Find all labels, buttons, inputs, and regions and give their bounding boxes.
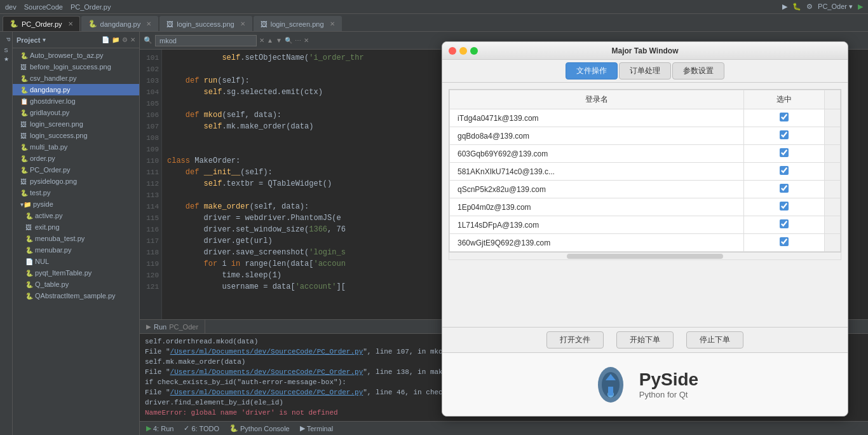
checkbox-cell[interactable] bbox=[743, 127, 824, 145]
run-status-item[interactable]: ▶ 4: Run bbox=[144, 424, 176, 432]
run-status-icon: ▶ bbox=[146, 424, 151, 432]
file-login-screen[interactable]: 🖼 login_screen.png bbox=[13, 118, 139, 130]
tab-param-settings[interactable]: 参数设置 bbox=[672, 62, 724, 79]
file-multi-tab[interactable]: 🐍 multi_tab.py bbox=[13, 141, 139, 153]
python-console-label: Python Console bbox=[240, 425, 290, 432]
tab-pc-order[interactable]: 🐍 PC_Order.py ✕ bbox=[3, 16, 80, 31]
run-play-btn[interactable]: ▶ bbox=[858, 3, 863, 11]
search-highlight-btn[interactable]: 🔍 bbox=[285, 37, 292, 44]
project-dropdown-btn[interactable]: ▾ bbox=[43, 36, 46, 43]
account-checkbox-0[interactable] bbox=[780, 113, 789, 121]
file-name: menubar.py bbox=[35, 246, 71, 254]
file-menuba-test[interactable]: 🐍 menuba_test.py bbox=[13, 233, 139, 244]
scrollbar-thumb[interactable] bbox=[567, 254, 723, 259]
file-menubar[interactable]: 🐍 menubar.py bbox=[13, 244, 139, 256]
file-auto-browser[interactable]: 🐍 Auto_browser_to_az.py bbox=[13, 50, 139, 61]
table-scroll-area[interactable]: 登录名 选中 iTdg4a0471k@139.com gqBdo8a4@139.… bbox=[449, 89, 841, 252]
file-ghostdriver[interactable]: 📋 ghostdriver.log bbox=[13, 95, 139, 107]
checkbox-cell[interactable] bbox=[743, 181, 824, 198]
py-file-icon4: 🐍 bbox=[20, 109, 28, 116]
tab-file-ops[interactable]: 文件操作 bbox=[566, 62, 618, 79]
toolbar-run-btn[interactable]: ▶ bbox=[782, 3, 787, 11]
checkbox-cell[interactable] bbox=[743, 163, 824, 181]
checkbox-cell[interactable] bbox=[743, 216, 824, 234]
search-options-btn[interactable]: ⋯ bbox=[295, 37, 301, 44]
horizontal-scrollbar[interactable] bbox=[449, 252, 841, 260]
tab-order-process[interactable]: 订单处理 bbox=[619, 62, 671, 79]
search-clear-btn[interactable]: ✕ bbox=[259, 37, 264, 44]
table-section: 登录名 选中 iTdg4a0471k@139.com gqBdo8a4@139.… bbox=[442, 83, 848, 327]
table-row: qScnP5k2x82u@139.com bbox=[450, 181, 841, 198]
tab-dangdang[interactable]: 🐍 dangdang.py ✕ bbox=[81, 16, 159, 31]
account-checkbox-4[interactable] bbox=[780, 184, 789, 193]
tab-close-pc-order[interactable]: ✕ bbox=[68, 20, 73, 27]
checkbox-cell[interactable] bbox=[743, 109, 824, 127]
toolbar-debug-btn[interactable]: 🐛 bbox=[792, 3, 801, 11]
favorites-sidebar-btn[interactable]: ★ bbox=[4, 56, 9, 62]
account-checkbox-2[interactable] bbox=[780, 148, 789, 157]
menu-sourcecode[interactable]: SourceCode bbox=[24, 3, 63, 11]
checkbox-cell[interactable] bbox=[743, 234, 824, 252]
pc-oder-dropdown[interactable]: PC_Oder ▾ bbox=[818, 3, 853, 11]
folder-pyside[interactable]: ▾📁 pyside bbox=[13, 198, 139, 210]
tab-label3: login_success.png bbox=[177, 20, 234, 28]
file-test[interactable]: 🐍 test.py bbox=[13, 187, 139, 198]
file-nul[interactable]: 📄 NUL bbox=[13, 256, 139, 267]
close-panel-icon[interactable]: ✕ bbox=[130, 36, 135, 43]
toolbar-settings-btn[interactable]: ⚙ bbox=[806, 3, 813, 11]
major-title-bar: Major Tab Window bbox=[442, 42, 848, 60]
file-gridlayout[interactable]: 🐍 gridlayout.py bbox=[13, 107, 139, 118]
file-csv-handler[interactable]: 🐍 csv_handler.py bbox=[13, 72, 139, 84]
file-before-login[interactable]: 🖼 before_login_success.png bbox=[13, 61, 139, 72]
search-input[interactable] bbox=[155, 35, 257, 46]
start-order-btn[interactable]: 开始下单 bbox=[616, 331, 674, 349]
table-row: 581AKnXIkU714c0@139.c... bbox=[450, 163, 841, 181]
file-pc-order[interactable]: 🐍 PC_Order.py bbox=[13, 164, 139, 176]
tab-close-dangdang[interactable]: ✕ bbox=[146, 20, 151, 27]
table-row: gqBdo8a4@139.com bbox=[450, 127, 841, 145]
checkbox-cell[interactable] bbox=[743, 198, 824, 216]
window-minimize-btn[interactable] bbox=[459, 47, 467, 55]
file-pysidelogo[interactable]: 🖼 pysidelogo.png bbox=[13, 176, 139, 187]
file-active[interactable]: 🐍 active.py bbox=[13, 210, 139, 221]
todo-status-item[interactable]: ✓ 6: TODO bbox=[181, 424, 222, 432]
file-dangdang[interactable]: 🐍 dangdang.py bbox=[13, 84, 139, 95]
menu-pcorder[interactable]: PC_Order.py bbox=[71, 3, 111, 11]
account-checkbox-1[interactable] bbox=[780, 130, 789, 139]
project-sidebar-btn[interactable]: P bbox=[1, 34, 11, 45]
file-qabstractitem[interactable]: 🐍 QAbstractItem_sample.py bbox=[13, 290, 139, 301]
window-maximize-btn[interactable] bbox=[470, 47, 478, 55]
open-file-btn[interactable]: 打开文件 bbox=[546, 331, 604, 349]
stop-order-btn[interactable]: 停止下单 bbox=[686, 331, 743, 349]
file-order[interactable]: 🐍 order.py bbox=[13, 153, 139, 164]
new-folder-icon[interactable]: 📁 bbox=[112, 36, 119, 43]
account-checkbox-5[interactable] bbox=[780, 202, 789, 211]
pyside-name: PySide bbox=[639, 369, 698, 390]
file-exit[interactable]: 🖼 exit.png bbox=[13, 221, 139, 233]
account-checkbox-3[interactable] bbox=[780, 166, 789, 175]
file-login-success[interactable]: 🖼 login_success.png bbox=[13, 130, 139, 141]
file-q-table[interactable]: 🐍 Q_table.py bbox=[13, 279, 139, 290]
menu-dev[interactable]: dev bbox=[5, 3, 17, 11]
new-file-icon[interactable]: 📄 bbox=[102, 36, 109, 43]
table-row: 1L714sDFpA@139.com bbox=[450, 216, 841, 234]
python-console-item[interactable]: 🐍 Python Console bbox=[227, 424, 292, 432]
run-tab-run[interactable]: Run bbox=[154, 323, 166, 331]
tab-close-login-screen[interactable]: ✕ bbox=[330, 20, 335, 27]
file-name: order.py bbox=[30, 155, 55, 162]
search-close-btn[interactable]: ✕ bbox=[304, 37, 309, 44]
tab-login-screen[interactable]: 🖼 login_screen.png ✕ bbox=[254, 16, 342, 31]
file-pyqt-item-table[interactable]: 🐍 pyqt_ItemTable.py bbox=[13, 267, 139, 279]
checkbox-cell[interactable] bbox=[743, 145, 824, 163]
tab-close-login-success[interactable]: ✕ bbox=[240, 20, 245, 27]
file-name: Q_table.py bbox=[35, 280, 69, 288]
account-checkbox-6[interactable] bbox=[780, 219, 789, 228]
search-next-btn[interactable]: ▼ bbox=[276, 37, 282, 44]
account-checkbox-7[interactable] bbox=[780, 237, 789, 246]
window-close-btn[interactable] bbox=[449, 47, 456, 55]
terminal-item[interactable]: ▶ Terminal bbox=[297, 424, 336, 432]
tab-login-success[interactable]: 🖼 login_success.png ✕ bbox=[159, 16, 252, 31]
structure-sidebar-btn[interactable]: S bbox=[4, 47, 8, 53]
search-prev-btn[interactable]: ▲ bbox=[267, 37, 273, 44]
settings-icon[interactable]: ⚙ bbox=[122, 36, 128, 43]
